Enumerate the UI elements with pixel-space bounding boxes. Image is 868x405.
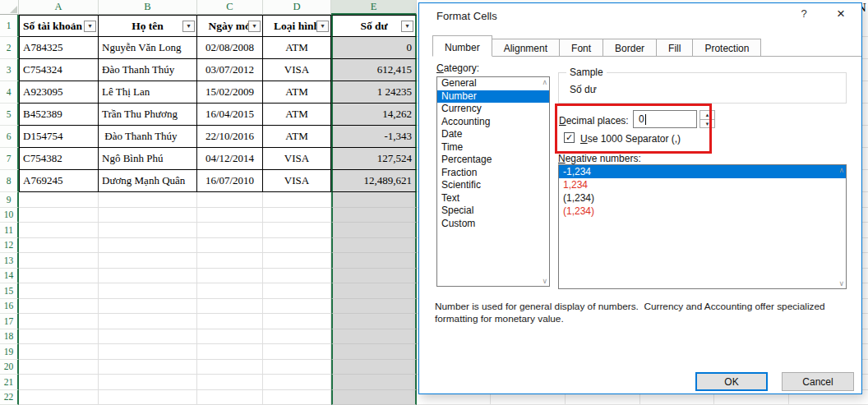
cell-A4[interactable]: A923095 (19, 81, 99, 104)
category-item-date[interactable]: Date (437, 128, 549, 141)
row-header-11[interactable]: 11 (0, 223, 19, 238)
row-header-1[interactable]: 1 (0, 15, 19, 37)
column-header-B[interactable]: B (99, 0, 197, 15)
cell-B9[interactable] (99, 192, 197, 208)
cell-A20[interactable] (19, 360, 99, 375)
cell-D8[interactable]: VISA (263, 170, 331, 192)
cell-B18[interactable] (99, 329, 197, 345)
cell-A7[interactable]: C754382 (19, 148, 99, 170)
close-icon[interactable]: × (829, 6, 853, 24)
cell-A17[interactable] (19, 314, 99, 329)
column-header-D[interactable]: D (263, 0, 331, 15)
cell-D10[interactable] (263, 208, 331, 223)
cell-C22[interactable] (197, 390, 263, 405)
category-item-scientific[interactable]: Scientific (437, 179, 549, 192)
cell-D4[interactable]: ATM (263, 81, 331, 104)
row-header-8[interactable]: 8 (0, 170, 19, 192)
cell-E8[interactable]: 12,489,621 (331, 170, 417, 192)
cell-A12[interactable] (19, 238, 99, 254)
cell-B16[interactable] (99, 299, 197, 315)
cell-E19[interactable] (331, 344, 417, 360)
cell-B5[interactable]: Trần Thu Phương (99, 104, 197, 126)
row-header-21[interactable]: 21 (0, 375, 19, 390)
cell-E2[interactable]: 0 (331, 37, 417, 59)
row-header-15[interactable]: 15 (0, 283, 19, 299)
cell-E11[interactable] (331, 223, 417, 238)
cell-C20[interactable] (197, 360, 263, 375)
negative-option-0[interactable]: -1,234 (559, 165, 846, 178)
cell-B7[interactable]: Ngô Bình Phú (99, 148, 197, 170)
row-header-5[interactable]: 5 (0, 104, 19, 126)
tab-font[interactable]: Font (560, 39, 603, 56)
cell-E15[interactable] (331, 283, 417, 299)
row-header-16[interactable]: 16 (0, 299, 19, 315)
row-header-7[interactable]: 7 (0, 148, 19, 170)
cell-D6[interactable]: ATM (263, 126, 331, 148)
cancel-button[interactable]: Cancel (782, 372, 854, 391)
row-header-2[interactable]: 2 (0, 37, 19, 59)
row-header-10[interactable]: 10 (0, 208, 19, 223)
cell-A3[interactable]: C754324 (19, 59, 99, 81)
category-item-currency[interactable]: Currency (437, 103, 549, 116)
cell-A15[interactable] (19, 283, 99, 299)
cell-D18[interactable] (263, 329, 331, 345)
cell-D3[interactable]: VISA (263, 59, 331, 81)
row-header-20[interactable]: 20 (0, 360, 19, 375)
cell-D20[interactable] (263, 360, 331, 375)
cell-E17[interactable] (331, 314, 417, 329)
cell-B21[interactable] (99, 375, 197, 390)
row-header-18[interactable]: 18 (0, 329, 19, 345)
cell-C9[interactable] (197, 192, 263, 208)
cell-B20[interactable] (99, 360, 197, 375)
filter-button-E[interactable]: ▾ (401, 21, 413, 32)
category-item-number[interactable]: Number (437, 90, 549, 104)
tab-number[interactable]: Number (432, 35, 492, 57)
column-header-C[interactable]: C (197, 0, 263, 15)
cell-E9[interactable] (331, 192, 417, 208)
cell-A10[interactable] (19, 208, 99, 223)
cell-B15[interactable] (99, 283, 197, 299)
scrollbar-up-icon[interactable]: ∧ (542, 78, 547, 86)
cell-E7[interactable]: 127,524 (331, 148, 417, 170)
cell-D15[interactable] (263, 283, 331, 299)
cell-C19[interactable] (197, 344, 263, 360)
cell-D11[interactable] (263, 223, 331, 238)
cell-E14[interactable] (331, 269, 417, 284)
filter-button-B[interactable]: ▾ (182, 21, 195, 32)
cell-A2[interactable]: A784325 (19, 37, 99, 59)
cell-A13[interactable] (19, 253, 99, 269)
cell-D19[interactable] (263, 344, 331, 360)
cell-C8[interactable]: 16/07/2010 (197, 170, 263, 192)
cell-B2[interactable]: Nguyễn Văn Long (99, 37, 197, 59)
cell-B10[interactable] (99, 208, 197, 223)
spinner-up-button[interactable]: ▲ (700, 111, 714, 120)
negative-option-2[interactable]: (1,234) (559, 191, 846, 205)
cell-A8[interactable]: A769245 (19, 170, 99, 192)
row-header-3[interactable]: 3 (0, 59, 19, 81)
cell-A19[interactable] (19, 344, 99, 360)
category-item-custom[interactable]: Custom (437, 218, 549, 231)
cell-B17[interactable] (99, 314, 197, 329)
cell-B3[interactable]: Đào Thanh Thúy (99, 59, 197, 81)
cell-C7[interactable]: 04/12/2014 (197, 148, 263, 170)
row-header-9[interactable]: 9 (0, 192, 19, 208)
cell-C3[interactable]: 03/07/2012 (197, 59, 263, 81)
cell-A21[interactable] (19, 375, 99, 390)
cell-B14[interactable] (99, 269, 197, 284)
cell-E16[interactable] (331, 299, 417, 315)
category-item-fraction[interactable]: Fraction (437, 167, 549, 180)
category-item-text[interactable]: Text (437, 192, 549, 205)
help-icon[interactable]: ? (793, 7, 815, 24)
row-header-17[interactable]: 17 (0, 314, 19, 329)
cell-D5[interactable]: ATM (263, 104, 331, 126)
cell-A16[interactable] (19, 299, 99, 315)
cell-A9[interactable] (19, 192, 99, 208)
tab-border[interactable]: Border (603, 39, 657, 56)
cell-C2[interactable]: 02/08/2008 (197, 37, 263, 59)
tab-alignment[interactable]: Alignment (492, 39, 560, 56)
tab-fill[interactable]: Fill (657, 39, 693, 56)
cell-C1[interactable]: Ngày mở▾ (197, 15, 263, 37)
cell-A14[interactable] (19, 269, 99, 284)
scrollbar-down-icon[interactable]: ∨ (542, 277, 547, 285)
cell-A18[interactable] (19, 329, 99, 345)
